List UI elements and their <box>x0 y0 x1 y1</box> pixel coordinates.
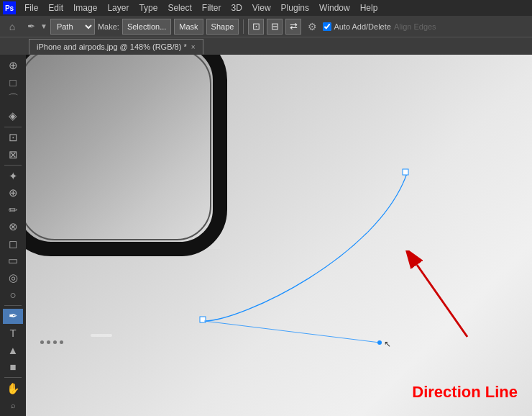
gear-icon[interactable]: ⚙ <box>304 19 320 35</box>
align-edges-label: Align Edges <box>394 22 436 31</box>
eraser-tool[interactable]: ◻ <box>3 236 23 251</box>
menu-3d[interactable]: 3D <box>226 1 246 14</box>
led-dot-3 <box>53 340 57 344</box>
direction-line-label: Direction Line <box>412 383 518 402</box>
make-label: Make: <box>98 22 119 31</box>
tab-bar: iPhone and airpods.jpg @ 148% (RGB/8) * … <box>0 37 532 55</box>
selection-button[interactable]: Selection... <box>122 19 171 35</box>
menu-type[interactable]: Type <box>134 1 162 14</box>
hand-tool[interactable]: ✋ <box>3 381 23 396</box>
led-dot-1 <box>40 340 44 344</box>
transform-icon1[interactable]: ⊡ <box>248 19 264 35</box>
menu-filter[interactable]: Filter <box>198 1 226 14</box>
marquee-tool[interactable]: □ <box>3 74 23 89</box>
clone-tool[interactable]: ⊗ <box>3 220 23 235</box>
menu-help[interactable]: Help <box>356 1 382 14</box>
led-dot-2 <box>47 340 50 344</box>
canvas-background <box>26 55 532 416</box>
document-tab[interactable]: iPhone and airpods.jpg @ 148% (RGB/8) * … <box>29 39 203 55</box>
left-toolbar: ⊕ □ ⌒ ◈ ⊡ ⊠ ✦ ⊕ ✏ ⊗ ◻ ▭ ◎ ○ ✒ T ▲ ■ ✋ ⌕ <box>0 55 26 416</box>
eyedropper-tool[interactable]: ✦ <box>3 168 23 184</box>
iphone-body <box>26 55 227 256</box>
pen-options-icon[interactable]: ✒ <box>23 19 39 35</box>
crop-tool[interactable]: ⊡ <box>3 130 23 145</box>
tool-separator-4 <box>4 377 22 378</box>
object-select-tool[interactable]: ◈ <box>3 108 23 123</box>
options-bar: ⌂ ✒ ▼ Path Shape Pixels Make: Selection.… <box>0 16 532 37</box>
menu-select[interactable]: Select <box>163 1 196 14</box>
transform-icon2[interactable]: ⊟ <box>267 19 283 35</box>
photoshop-logo: Ps <box>3 1 16 14</box>
menu-image[interactable]: Image <box>69 1 101 14</box>
menu-view[interactable]: View <box>248 1 275 14</box>
shape-tool[interactable]: ■ <box>3 359 23 374</box>
main-area: ⊕ □ ⌒ ◈ ⊡ ⊠ ✦ ⊕ ✏ ⊗ ◻ ▭ ◎ ○ ✒ T ▲ ■ ✋ ⌕ <box>0 55 532 416</box>
healing-tool[interactable]: ⊕ <box>3 186 23 201</box>
led-dot-4 <box>60 340 63 344</box>
mask-button[interactable]: Mask <box>174 19 203 35</box>
menu-layer[interactable]: Layer <box>103 1 133 14</box>
menu-bar: Ps File Edit Image Layer Type Select Fil… <box>0 0 532 16</box>
path-select-tool[interactable]: ▲ <box>3 343 23 358</box>
tool-separator-2 <box>4 165 22 166</box>
dodge-tool[interactable]: ○ <box>3 286 23 302</box>
dropdown-arrow[interactable]: ▼ <box>40 22 47 30</box>
auto-add-delete-label: Auto Add/Delete <box>334 22 391 31</box>
canvas-area: ↖ Direction Line <box>26 55 532 416</box>
tab-close-button[interactable]: × <box>191 43 196 51</box>
iphone-inner-border <box>26 55 211 240</box>
red-arrow-svg <box>403 250 489 344</box>
home-button[interactable]: ⌂ <box>4 19 20 35</box>
menu-window[interactable]: Window <box>315 1 354 14</box>
tool-mode-group: ✒ ▼ <box>23 19 47 35</box>
transform-icon3[interactable]: ⇄ <box>285 19 301 35</box>
red-arrow-line <box>417 265 467 337</box>
type-tool[interactable]: T <box>3 325 23 340</box>
tool-separator-3 <box>4 305 22 306</box>
brush-tool[interactable]: ✏ <box>3 202 23 217</box>
auto-add-delete-checkbox[interactable]: Auto Add/Delete <box>323 22 391 31</box>
lasso-tool[interactable]: ⌒ <box>3 91 23 107</box>
frame-tool[interactable]: ⊠ <box>3 147 23 162</box>
move-tool[interactable]: ⊕ <box>3 58 23 73</box>
gradient-tool[interactable]: ▭ <box>3 253 23 268</box>
menu-plugins[interactable]: Plugins <box>277 1 313 14</box>
path-mode-dropdown[interactable]: Path Shape Pixels <box>50 19 95 35</box>
menu-edit[interactable]: Edit <box>44 1 68 14</box>
tool-separator-1 <box>4 127 22 127</box>
auto-add-delete-input[interactable] <box>323 22 331 31</box>
pen-tool[interactable]: ✒ <box>3 309 23 324</box>
menu-file[interactable]: File <box>20 1 42 14</box>
iphone-led-dots <box>40 340 63 344</box>
iphone-scratch <box>91 334 112 337</box>
zoom-tool[interactable]: ⌕ <box>3 398 23 413</box>
tab-title: iPhone and airpods.jpg @ 148% (RGB/8) * <box>37 42 187 51</box>
blur-tool[interactable]: ◎ <box>3 270 23 285</box>
divider <box>243 19 244 34</box>
shape-button[interactable]: Shape <box>206 19 239 35</box>
canvas-container: ↖ Direction Line <box>26 55 532 416</box>
